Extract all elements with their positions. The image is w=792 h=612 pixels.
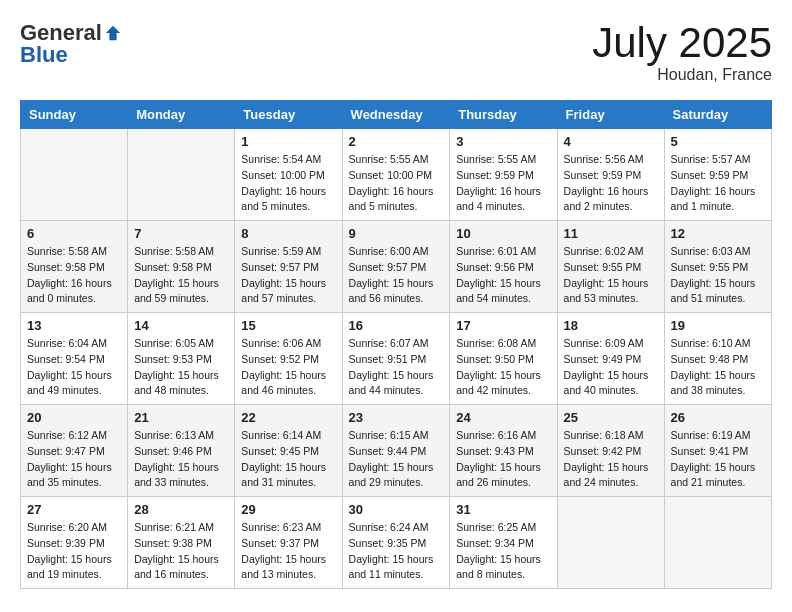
day-number: 22	[241, 410, 335, 425]
calendar-cell: 25 Sunrise: 6:18 AM Sunset: 9:42 PM Dayl…	[557, 405, 664, 497]
title-block: July 2025 Houdan, France	[592, 20, 772, 84]
calendar-cell	[21, 129, 128, 221]
day-detail: Sunrise: 6:01 AM Sunset: 9:56 PM Dayligh…	[456, 244, 550, 307]
day-detail: Sunrise: 6:14 AM Sunset: 9:45 PM Dayligh…	[241, 428, 335, 491]
day-number: 21	[134, 410, 228, 425]
calendar-table: SundayMondayTuesdayWednesdayThursdayFrid…	[20, 100, 772, 589]
day-detail: Sunrise: 6:08 AM Sunset: 9:50 PM Dayligh…	[456, 336, 550, 399]
calendar-cell: 24 Sunrise: 6:16 AM Sunset: 9:43 PM Dayl…	[450, 405, 557, 497]
day-detail: Sunrise: 5:57 AM Sunset: 9:59 PM Dayligh…	[671, 152, 765, 215]
day-detail: Sunrise: 6:12 AM Sunset: 9:47 PM Dayligh…	[27, 428, 121, 491]
day-detail: Sunrise: 5:58 AM Sunset: 9:58 PM Dayligh…	[27, 244, 121, 307]
calendar-cell: 14 Sunrise: 6:05 AM Sunset: 9:53 PM Dayl…	[128, 313, 235, 405]
calendar-cell: 9 Sunrise: 6:00 AM Sunset: 9:57 PM Dayli…	[342, 221, 450, 313]
day-number: 6	[27, 226, 121, 241]
day-detail: Sunrise: 5:55 AM Sunset: 10:00 PM Daylig…	[349, 152, 444, 215]
day-detail: Sunrise: 6:05 AM Sunset: 9:53 PM Dayligh…	[134, 336, 228, 399]
calendar-cell: 18 Sunrise: 6:09 AM Sunset: 9:49 PM Dayl…	[557, 313, 664, 405]
calendar-cell: 29 Sunrise: 6:23 AM Sunset: 9:37 PM Dayl…	[235, 497, 342, 589]
day-detail: Sunrise: 6:15 AM Sunset: 9:44 PM Dayligh…	[349, 428, 444, 491]
day-number: 24	[456, 410, 550, 425]
day-number: 15	[241, 318, 335, 333]
calendar-cell: 6 Sunrise: 5:58 AM Sunset: 9:58 PM Dayli…	[21, 221, 128, 313]
day-detail: Sunrise: 6:13 AM Sunset: 9:46 PM Dayligh…	[134, 428, 228, 491]
calendar-cell: 12 Sunrise: 6:03 AM Sunset: 9:55 PM Dayl…	[664, 221, 771, 313]
day-number: 30	[349, 502, 444, 517]
location: Houdan, France	[592, 66, 772, 84]
weekday-header: Thursday	[450, 101, 557, 129]
day-number: 29	[241, 502, 335, 517]
calendar-cell: 20 Sunrise: 6:12 AM Sunset: 9:47 PM Dayl…	[21, 405, 128, 497]
day-detail: Sunrise: 5:59 AM Sunset: 9:57 PM Dayligh…	[241, 244, 335, 307]
day-detail: Sunrise: 5:56 AM Sunset: 9:59 PM Dayligh…	[564, 152, 658, 215]
day-number: 23	[349, 410, 444, 425]
calendar-cell: 15 Sunrise: 6:06 AM Sunset: 9:52 PM Dayl…	[235, 313, 342, 405]
day-number: 7	[134, 226, 228, 241]
calendar-cell: 27 Sunrise: 6:20 AM Sunset: 9:39 PM Dayl…	[21, 497, 128, 589]
day-number: 13	[27, 318, 121, 333]
day-number: 11	[564, 226, 658, 241]
svg-marker-0	[106, 26, 120, 40]
day-number: 5	[671, 134, 765, 149]
calendar-cell: 2 Sunrise: 5:55 AM Sunset: 10:00 PM Dayl…	[342, 129, 450, 221]
calendar-week-row: 27 Sunrise: 6:20 AM Sunset: 9:39 PM Dayl…	[21, 497, 772, 589]
logo: General Blue	[20, 20, 122, 68]
weekday-header: Friday	[557, 101, 664, 129]
calendar-cell: 31 Sunrise: 6:25 AM Sunset: 9:34 PM Dayl…	[450, 497, 557, 589]
weekday-header: Sunday	[21, 101, 128, 129]
calendar-cell: 8 Sunrise: 5:59 AM Sunset: 9:57 PM Dayli…	[235, 221, 342, 313]
calendar-cell: 5 Sunrise: 5:57 AM Sunset: 9:59 PM Dayli…	[664, 129, 771, 221]
day-detail: Sunrise: 6:09 AM Sunset: 9:49 PM Dayligh…	[564, 336, 658, 399]
weekday-header: Wednesday	[342, 101, 450, 129]
weekday-header: Saturday	[664, 101, 771, 129]
day-number: 2	[349, 134, 444, 149]
day-number: 9	[349, 226, 444, 241]
calendar-week-row: 20 Sunrise: 6:12 AM Sunset: 9:47 PM Dayl…	[21, 405, 772, 497]
day-number: 20	[27, 410, 121, 425]
calendar-cell: 16 Sunrise: 6:07 AM Sunset: 9:51 PM Dayl…	[342, 313, 450, 405]
calendar-cell: 7 Sunrise: 5:58 AM Sunset: 9:58 PM Dayli…	[128, 221, 235, 313]
calendar-cell: 4 Sunrise: 5:56 AM Sunset: 9:59 PM Dayli…	[557, 129, 664, 221]
day-detail: Sunrise: 6:02 AM Sunset: 9:55 PM Dayligh…	[564, 244, 658, 307]
day-number: 14	[134, 318, 228, 333]
calendar-cell	[128, 129, 235, 221]
day-number: 28	[134, 502, 228, 517]
calendar-cell: 23 Sunrise: 6:15 AM Sunset: 9:44 PM Dayl…	[342, 405, 450, 497]
day-number: 17	[456, 318, 550, 333]
calendar-cell: 28 Sunrise: 6:21 AM Sunset: 9:38 PM Dayl…	[128, 497, 235, 589]
weekday-header-row: SundayMondayTuesdayWednesdayThursdayFrid…	[21, 101, 772, 129]
calendar-cell: 3 Sunrise: 5:55 AM Sunset: 9:59 PM Dayli…	[450, 129, 557, 221]
day-detail: Sunrise: 6:25 AM Sunset: 9:34 PM Dayligh…	[456, 520, 550, 583]
calendar-cell	[557, 497, 664, 589]
calendar-cell	[664, 497, 771, 589]
day-detail: Sunrise: 6:03 AM Sunset: 9:55 PM Dayligh…	[671, 244, 765, 307]
page-header: General Blue July 2025 Houdan, France	[20, 20, 772, 84]
calendar-cell: 13 Sunrise: 6:04 AM Sunset: 9:54 PM Dayl…	[21, 313, 128, 405]
day-number: 18	[564, 318, 658, 333]
calendar-cell: 11 Sunrise: 6:02 AM Sunset: 9:55 PM Dayl…	[557, 221, 664, 313]
day-detail: Sunrise: 6:16 AM Sunset: 9:43 PM Dayligh…	[456, 428, 550, 491]
day-detail: Sunrise: 6:24 AM Sunset: 9:35 PM Dayligh…	[349, 520, 444, 583]
weekday-header: Tuesday	[235, 101, 342, 129]
calendar-cell: 21 Sunrise: 6:13 AM Sunset: 9:46 PM Dayl…	[128, 405, 235, 497]
day-detail: Sunrise: 6:00 AM Sunset: 9:57 PM Dayligh…	[349, 244, 444, 307]
day-detail: Sunrise: 5:54 AM Sunset: 10:00 PM Daylig…	[241, 152, 335, 215]
day-number: 19	[671, 318, 765, 333]
calendar-cell: 10 Sunrise: 6:01 AM Sunset: 9:56 PM Dayl…	[450, 221, 557, 313]
day-number: 8	[241, 226, 335, 241]
day-detail: Sunrise: 6:06 AM Sunset: 9:52 PM Dayligh…	[241, 336, 335, 399]
calendar-week-row: 6 Sunrise: 5:58 AM Sunset: 9:58 PM Dayli…	[21, 221, 772, 313]
day-number: 27	[27, 502, 121, 517]
day-number: 1	[241, 134, 335, 149]
month-title: July 2025	[592, 20, 772, 66]
calendar-cell: 22 Sunrise: 6:14 AM Sunset: 9:45 PM Dayl…	[235, 405, 342, 497]
day-detail: Sunrise: 6:10 AM Sunset: 9:48 PM Dayligh…	[671, 336, 765, 399]
day-number: 16	[349, 318, 444, 333]
day-detail: Sunrise: 6:19 AM Sunset: 9:41 PM Dayligh…	[671, 428, 765, 491]
calendar-cell: 17 Sunrise: 6:08 AM Sunset: 9:50 PM Dayl…	[450, 313, 557, 405]
calendar-cell: 1 Sunrise: 5:54 AM Sunset: 10:00 PM Dayl…	[235, 129, 342, 221]
logo-blue-text: Blue	[20, 42, 68, 67]
day-number: 3	[456, 134, 550, 149]
day-detail: Sunrise: 5:58 AM Sunset: 9:58 PM Dayligh…	[134, 244, 228, 307]
calendar-cell: 19 Sunrise: 6:10 AM Sunset: 9:48 PM Dayl…	[664, 313, 771, 405]
